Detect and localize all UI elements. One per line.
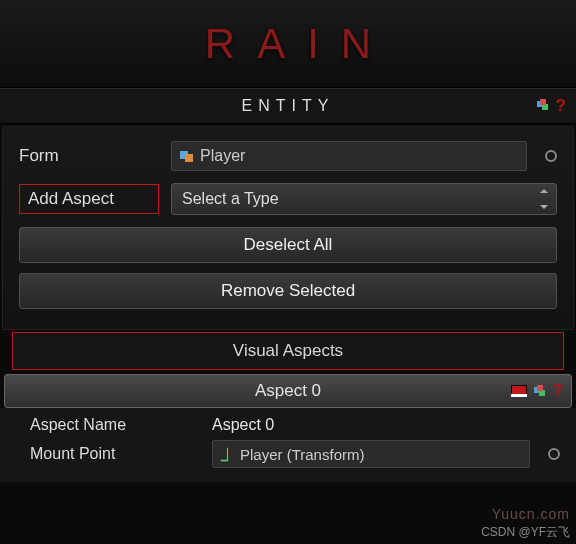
svg-rect-5 <box>537 385 543 391</box>
help-icon[interactable]: ? <box>556 96 566 116</box>
watermark: Yuucn.com <box>492 506 570 522</box>
add-aspect-label: Add Aspect <box>19 184 159 214</box>
component-icon[interactable] <box>536 99 550 113</box>
app-title: RAIN <box>183 20 393 68</box>
aspect-item-title: Aspect 0 <box>255 381 321 401</box>
aspect-item-header[interactable]: Aspect 0 ? <box>4 374 572 408</box>
aspect-item-body: Aspect Name Aspect 0 Mount Point ⏌ Playe… <box>0 408 576 482</box>
form-value: Player <box>200 147 245 165</box>
entity-title: ENTITY <box>242 97 335 115</box>
mount-point-object-picker[interactable] <box>548 448 560 460</box>
gameobject-icon <box>180 149 194 163</box>
svg-rect-2 <box>540 99 546 105</box>
aspect-color-icon[interactable] <box>511 385 527 397</box>
add-aspect-select[interactable]: Select a Type <box>171 183 557 215</box>
entity-section-header: ENTITY ? <box>0 88 576 124</box>
deselect-all-button[interactable]: Deselect All <box>19 227 557 263</box>
help-icon[interactable]: ? <box>553 381 563 401</box>
aspect-name-label: Aspect Name <box>30 416 200 434</box>
mount-point-field[interactable]: ⏌ Player (Transform) <box>212 440 530 468</box>
transform-icon: ⏌ <box>221 447 234 462</box>
mount-point-value: Player (Transform) <box>240 446 364 463</box>
credit: CSDN @YF云飞 <box>481 524 570 541</box>
remove-selected-button[interactable]: Remove Selected <box>19 273 557 309</box>
form-field[interactable]: Player <box>171 141 527 171</box>
app-banner: RAIN <box>0 0 576 88</box>
form-label: Form <box>19 146 159 166</box>
form-object-picker[interactable] <box>545 150 557 162</box>
entity-panel: Form Player Add Aspect Select a Type Des… <box>2 126 574 330</box>
aspect-name-value[interactable]: Aspect 0 <box>212 416 274 434</box>
component-icon[interactable] <box>533 384 547 398</box>
mount-point-label: Mount Point <box>30 445 200 463</box>
visual-aspects-header: Visual Aspects <box>12 332 564 370</box>
add-aspect-value: Select a Type <box>182 190 279 208</box>
